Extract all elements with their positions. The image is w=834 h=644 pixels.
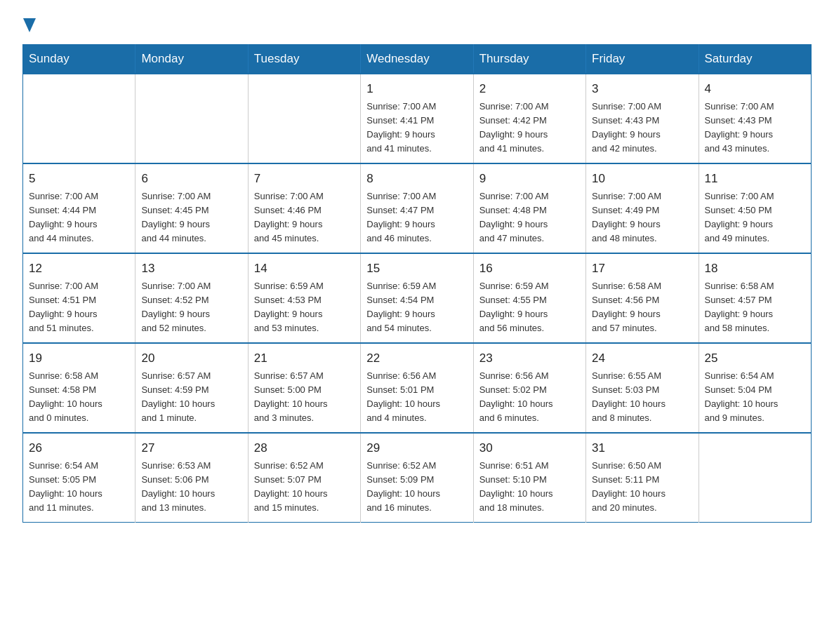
calendar-cell: 1Sunrise: 7:00 AMSunset: 4:41 PMDaylight… bbox=[361, 74, 473, 163]
day-number: 24 bbox=[592, 349, 692, 368]
calendar-cell: 11Sunrise: 7:00 AMSunset: 4:50 PMDayligh… bbox=[699, 163, 811, 253]
page-header bbox=[22, 17, 812, 36]
day-info: Sunrise: 6:58 AMSunset: 4:56 PMDaylight:… bbox=[592, 279, 692, 336]
day-number: 3 bbox=[592, 80, 692, 98]
day-info: Sunrise: 7:00 AMSunset: 4:47 PMDaylight:… bbox=[366, 189, 467, 246]
logo bbox=[22, 17, 37, 36]
calendar-cell bbox=[23, 74, 135, 163]
day-info: Sunrise: 6:54 AMSunset: 5:04 PMDaylight:… bbox=[705, 369, 805, 426]
calendar-cell: 29Sunrise: 6:52 AMSunset: 5:09 PMDayligh… bbox=[361, 433, 473, 523]
day-info: Sunrise: 6:54 AMSunset: 5:05 PMDaylight:… bbox=[29, 459, 129, 516]
day-number: 10 bbox=[592, 170, 692, 188]
day-number: 30 bbox=[479, 439, 580, 457]
calendar-cell: 6Sunrise: 7:00 AMSunset: 4:45 PMDaylight… bbox=[135, 163, 248, 253]
calendar-week-row: 12Sunrise: 7:00 AMSunset: 4:51 PMDayligh… bbox=[23, 253, 812, 343]
calendar-cell: 21Sunrise: 6:57 AMSunset: 5:00 PMDayligh… bbox=[248, 343, 360, 433]
day-info: Sunrise: 6:50 AMSunset: 5:11 PMDaylight:… bbox=[592, 459, 692, 516]
calendar-week-row: 5Sunrise: 7:00 AMSunset: 4:44 PMDaylight… bbox=[23, 163, 812, 253]
day-info: Sunrise: 6:56 AMSunset: 5:02 PMDaylight:… bbox=[479, 369, 580, 426]
calendar-cell: 12Sunrise: 7:00 AMSunset: 4:51 PMDayligh… bbox=[23, 253, 135, 343]
day-info: Sunrise: 7:00 AMSunset: 4:45 PMDaylight:… bbox=[141, 189, 241, 246]
day-info: Sunrise: 7:00 AMSunset: 4:43 PMDaylight:… bbox=[592, 100, 692, 156]
day-number: 1 bbox=[366, 80, 467, 98]
day-info: Sunrise: 6:52 AMSunset: 5:09 PMDaylight:… bbox=[366, 459, 467, 516]
calendar-week-row: 1Sunrise: 7:00 AMSunset: 4:41 PMDaylight… bbox=[23, 74, 812, 163]
day-info: Sunrise: 7:00 AMSunset: 4:48 PMDaylight:… bbox=[479, 189, 580, 246]
day-info: Sunrise: 6:53 AMSunset: 5:06 PMDaylight:… bbox=[141, 459, 241, 516]
calendar-week-row: 26Sunrise: 6:54 AMSunset: 5:05 PMDayligh… bbox=[23, 433, 812, 523]
day-number: 20 bbox=[141, 349, 241, 368]
day-info: Sunrise: 6:57 AMSunset: 4:59 PMDaylight:… bbox=[141, 369, 241, 426]
calendar-table: SundayMondayTuesdayWednesdayThursdayFrid… bbox=[22, 44, 812, 523]
day-number: 17 bbox=[592, 260, 692, 278]
day-number: 11 bbox=[705, 170, 805, 188]
day-info: Sunrise: 7:00 AMSunset: 4:43 PMDaylight:… bbox=[705, 100, 805, 156]
calendar-cell: 7Sunrise: 7:00 AMSunset: 4:46 PMDaylight… bbox=[248, 163, 360, 253]
day-number: 31 bbox=[592, 439, 692, 457]
calendar-cell: 13Sunrise: 7:00 AMSunset: 4:52 PMDayligh… bbox=[135, 253, 248, 343]
day-info: Sunrise: 7:00 AMSunset: 4:50 PMDaylight:… bbox=[705, 189, 805, 246]
calendar-cell: 25Sunrise: 6:54 AMSunset: 5:04 PMDayligh… bbox=[699, 343, 811, 433]
calendar-cell: 17Sunrise: 6:58 AMSunset: 4:56 PMDayligh… bbox=[586, 253, 699, 343]
calendar-cell: 2Sunrise: 7:00 AMSunset: 4:42 PMDaylight… bbox=[473, 74, 585, 163]
weekday-header-thursday: Thursday bbox=[473, 45, 585, 74]
day-number: 9 bbox=[479, 170, 580, 188]
day-number: 2 bbox=[479, 80, 580, 98]
day-number: 7 bbox=[254, 170, 355, 188]
day-number: 5 bbox=[29, 170, 129, 188]
calendar-cell: 5Sunrise: 7:00 AMSunset: 4:44 PMDaylight… bbox=[23, 163, 135, 253]
calendar-week-row: 19Sunrise: 6:58 AMSunset: 4:58 PMDayligh… bbox=[23, 343, 812, 433]
day-info: Sunrise: 6:58 AMSunset: 4:57 PMDaylight:… bbox=[705, 279, 805, 336]
calendar-cell: 10Sunrise: 7:00 AMSunset: 4:49 PMDayligh… bbox=[586, 163, 699, 253]
weekday-header-sunday: Sunday bbox=[23, 45, 135, 74]
day-info: Sunrise: 6:57 AMSunset: 5:00 PMDaylight:… bbox=[254, 369, 355, 426]
calendar-cell bbox=[135, 74, 248, 163]
calendar-cell: 31Sunrise: 6:50 AMSunset: 5:11 PMDayligh… bbox=[586, 433, 699, 523]
calendar-cell bbox=[699, 433, 811, 523]
day-info: Sunrise: 6:52 AMSunset: 5:07 PMDaylight:… bbox=[254, 459, 355, 516]
weekday-header-tuesday: Tuesday bbox=[248, 45, 360, 74]
day-number: 27 bbox=[141, 439, 241, 457]
day-info: Sunrise: 7:00 AMSunset: 4:51 PMDaylight:… bbox=[29, 279, 129, 336]
logo-arrow-icon bbox=[23, 18, 36, 34]
day-info: Sunrise: 7:00 AMSunset: 4:42 PMDaylight:… bbox=[479, 100, 580, 156]
day-number: 25 bbox=[705, 349, 805, 368]
weekday-header-friday: Friday bbox=[586, 45, 699, 74]
day-number: 28 bbox=[254, 439, 355, 457]
calendar-cell: 28Sunrise: 6:52 AMSunset: 5:07 PMDayligh… bbox=[248, 433, 360, 523]
calendar-cell: 8Sunrise: 7:00 AMSunset: 4:47 PMDaylight… bbox=[361, 163, 473, 253]
calendar-cell: 23Sunrise: 6:56 AMSunset: 5:02 PMDayligh… bbox=[473, 343, 585, 433]
weekday-header-saturday: Saturday bbox=[699, 45, 811, 74]
calendar-cell: 30Sunrise: 6:51 AMSunset: 5:10 PMDayligh… bbox=[473, 433, 585, 523]
day-info: Sunrise: 6:51 AMSunset: 5:10 PMDaylight:… bbox=[479, 459, 580, 516]
day-number: 16 bbox=[479, 260, 580, 278]
day-number: 29 bbox=[366, 439, 467, 457]
day-info: Sunrise: 6:58 AMSunset: 4:58 PMDaylight:… bbox=[29, 369, 129, 426]
day-info: Sunrise: 7:00 AMSunset: 4:49 PMDaylight:… bbox=[592, 189, 692, 246]
day-number: 18 bbox=[705, 260, 805, 278]
day-info: Sunrise: 6:56 AMSunset: 5:01 PMDaylight:… bbox=[366, 369, 467, 426]
calendar-cell: 9Sunrise: 7:00 AMSunset: 4:48 PMDaylight… bbox=[473, 163, 585, 253]
calendar-cell bbox=[248, 74, 360, 163]
calendar-cell: 18Sunrise: 6:58 AMSunset: 4:57 PMDayligh… bbox=[699, 253, 811, 343]
svg-marker-0 bbox=[23, 18, 36, 32]
calendar-cell: 4Sunrise: 7:00 AMSunset: 4:43 PMDaylight… bbox=[699, 74, 811, 163]
day-info: Sunrise: 7:00 AMSunset: 4:41 PMDaylight:… bbox=[366, 100, 467, 156]
calendar-cell: 14Sunrise: 6:59 AMSunset: 4:53 PMDayligh… bbox=[248, 253, 360, 343]
day-number: 12 bbox=[29, 260, 129, 278]
day-info: Sunrise: 7:00 AMSunset: 4:46 PMDaylight:… bbox=[254, 189, 355, 246]
day-number: 13 bbox=[141, 260, 241, 278]
day-number: 6 bbox=[141, 170, 241, 188]
day-info: Sunrise: 6:59 AMSunset: 4:53 PMDaylight:… bbox=[254, 279, 355, 336]
day-info: Sunrise: 7:00 AMSunset: 4:52 PMDaylight:… bbox=[141, 279, 241, 336]
day-number: 4 bbox=[705, 80, 805, 98]
calendar-cell: 3Sunrise: 7:00 AMSunset: 4:43 PMDaylight… bbox=[586, 74, 699, 163]
calendar-cell: 26Sunrise: 6:54 AMSunset: 5:05 PMDayligh… bbox=[23, 433, 135, 523]
weekday-header-row: SundayMondayTuesdayWednesdayThursdayFrid… bbox=[23, 45, 812, 74]
calendar-cell: 16Sunrise: 6:59 AMSunset: 4:55 PMDayligh… bbox=[473, 253, 585, 343]
weekday-header-monday: Monday bbox=[135, 45, 248, 74]
calendar-cell: 20Sunrise: 6:57 AMSunset: 4:59 PMDayligh… bbox=[135, 343, 248, 433]
day-number: 15 bbox=[366, 260, 467, 278]
weekday-header-wednesday: Wednesday bbox=[361, 45, 473, 74]
day-info: Sunrise: 6:59 AMSunset: 4:55 PMDaylight:… bbox=[479, 279, 580, 336]
